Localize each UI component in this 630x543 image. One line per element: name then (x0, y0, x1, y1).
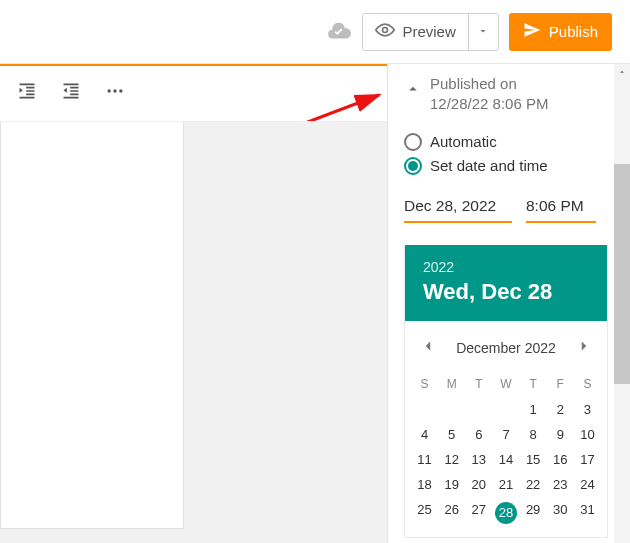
calendar-empty-cell (465, 397, 492, 422)
publish-panel: Published on 12/28/22 8:06 PM Automatic … (388, 64, 630, 543)
calendar-dow: T (465, 371, 492, 397)
status-line-2: 12/28/22 8:06 PM (430, 94, 548, 114)
calendar-day[interactable]: 13 (465, 447, 492, 472)
calendar-day[interactable]: 17 (574, 447, 601, 472)
publish-label: Publish (549, 23, 598, 40)
calendar-dow: W (492, 371, 519, 397)
calendar-day[interactable]: 25 (411, 497, 438, 529)
scrollbar[interactable] (614, 64, 630, 543)
radio-icon-selected (404, 157, 422, 175)
preview-button[interactable]: Preview (363, 14, 467, 50)
eye-icon (375, 20, 395, 43)
chevron-right-icon (575, 341, 593, 358)
calendar-day[interactable]: 12 (438, 447, 465, 472)
calendar-day[interactable]: 18 (411, 472, 438, 497)
calendar-grid: SMTWTFS123456789101112131415161718192021… (405, 371, 607, 537)
calendar-day[interactable]: 10 (574, 422, 601, 447)
calendar-day[interactable]: 3 (574, 397, 601, 422)
calendar-day[interactable]: 27 (465, 497, 492, 529)
calendar-day[interactable]: 2 (547, 397, 574, 422)
calendar-day[interactable]: 1 (520, 397, 547, 422)
time-input[interactable] (526, 193, 596, 223)
content-area: Published on 12/28/22 8:06 PM Automatic … (0, 64, 630, 543)
indent-icon (17, 81, 37, 105)
calendar-year[interactable]: 2022 (423, 259, 589, 275)
calendar-day[interactable]: 6 (465, 422, 492, 447)
calendar-month-label: December 2022 (456, 340, 556, 356)
calendar-nav: December 2022 (405, 321, 607, 371)
calendar-day[interactable]: 28 (492, 497, 519, 529)
calendar-weekday-date: Wed, Dec 28 (423, 279, 589, 305)
calendar-dow: T (520, 371, 547, 397)
scroll-thumb[interactable] (614, 164, 630, 384)
more-button[interactable] (98, 76, 132, 110)
preview-label: Preview (402, 23, 455, 40)
calendar-empty-cell (492, 397, 519, 422)
calendar-day[interactable]: 4 (411, 422, 438, 447)
chevron-left-icon (419, 341, 437, 358)
topbar: Preview Publish (0, 0, 630, 64)
calendar-day[interactable]: 22 (520, 472, 547, 497)
document-page[interactable] (0, 122, 184, 529)
preview-button-group: Preview (362, 13, 498, 51)
calendar-day[interactable]: 26 (438, 497, 465, 529)
publish-status: Published on 12/28/22 8:06 PM (430, 74, 548, 115)
calendar-day[interactable]: 15 (520, 447, 547, 472)
schedule-mode-group: Automatic Set date and time (404, 133, 608, 175)
calendar-empty-cell (438, 397, 465, 422)
editor-canvas (0, 122, 387, 543)
calendar-day[interactable]: 5 (438, 422, 465, 447)
calendar-day[interactable]: 14 (492, 447, 519, 472)
calendar-day[interactable]: 30 (547, 497, 574, 529)
svg-point-3 (113, 89, 116, 92)
calendar-day[interactable]: 29 (520, 497, 547, 529)
format-toolbar (0, 64, 387, 122)
calendar-day[interactable]: 20 (465, 472, 492, 497)
status-line-1: Published on (430, 74, 548, 94)
radio-icon (404, 133, 422, 151)
svg-point-0 (383, 28, 388, 33)
radio-label-set: Set date and time (430, 157, 548, 174)
scroll-up-icon[interactable] (614, 64, 630, 80)
calendar-dow: S (411, 371, 438, 397)
active-tab-indicator (0, 64, 387, 66)
calendar-day[interactable]: 7 (492, 422, 519, 447)
radio-label-auto: Automatic (430, 133, 497, 150)
calendar-header: 2022 Wed, Dec 28 (405, 245, 607, 321)
calendar-dow: F (547, 371, 574, 397)
caret-down-icon (477, 23, 489, 41)
cloud-done-icon (326, 19, 352, 45)
outdent-icon (61, 81, 81, 105)
calendar-day[interactable]: 21 (492, 472, 519, 497)
calendar-dow: M (438, 371, 465, 397)
next-month-button[interactable] (571, 333, 597, 363)
radio-set-datetime[interactable]: Set date and time (404, 157, 608, 175)
calendar: 2022 Wed, Dec 28 December 2022 (404, 245, 608, 538)
collapse-toggle[interactable] (404, 74, 422, 102)
indent-button[interactable] (10, 76, 44, 110)
more-icon (105, 81, 125, 105)
calendar-day[interactable]: 8 (520, 422, 547, 447)
calendar-day[interactable]: 24 (574, 472, 601, 497)
calendar-day[interactable]: 11 (411, 447, 438, 472)
send-icon (523, 21, 541, 42)
preview-caret[interactable] (468, 14, 498, 50)
date-input[interactable] (404, 193, 512, 223)
radio-automatic[interactable]: Automatic (404, 133, 608, 151)
svg-point-2 (108, 89, 111, 92)
calendar-dow: S (574, 371, 601, 397)
calendar-day[interactable]: 31 (574, 497, 601, 529)
datetime-inputs (404, 193, 608, 223)
outdent-button[interactable] (54, 76, 88, 110)
chevron-up-icon (404, 84, 422, 101)
prev-month-button[interactable] (415, 333, 441, 363)
calendar-day[interactable]: 23 (547, 472, 574, 497)
svg-point-4 (119, 89, 122, 92)
calendar-empty-cell (411, 397, 438, 422)
calendar-day[interactable]: 9 (547, 422, 574, 447)
editor-pane (0, 64, 388, 543)
calendar-day[interactable]: 19 (438, 472, 465, 497)
publish-button[interactable]: Publish (509, 13, 612, 51)
calendar-day[interactable]: 16 (547, 447, 574, 472)
